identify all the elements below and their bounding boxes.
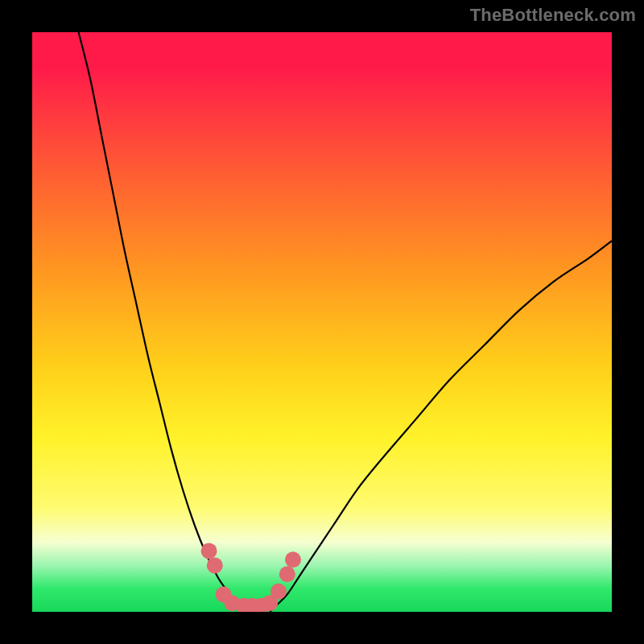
scatter-dot [279,566,295,582]
scatter-dot [285,551,301,568]
scatter-dots [201,543,301,612]
scatter-dot [207,557,223,573]
plot-area [32,32,612,612]
outer-frame: TheBottleneck.com [0,0,644,644]
scatter-dot [201,543,217,559]
right-curve [270,241,612,612]
watermark-text: TheBottleneck.com [470,5,636,26]
scatter-dot [270,584,287,600]
left-curve [79,32,242,612]
chart-svg [32,32,612,612]
